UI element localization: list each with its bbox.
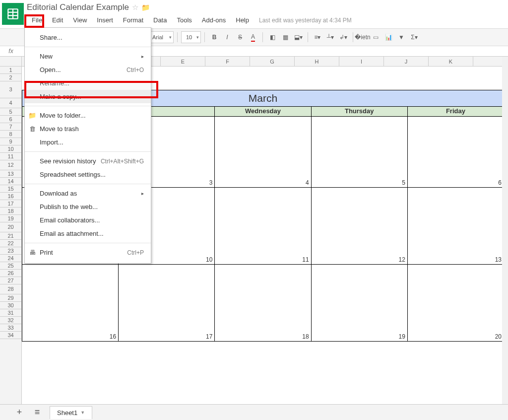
day-cell[interactable]: 19 (311, 265, 407, 341)
text-color-button[interactable]: A (247, 31, 259, 43)
day-cell[interactable]: 17 (118, 265, 214, 341)
sheet-tab[interactable]: Sheet1▼ (50, 406, 92, 419)
menu-edit[interactable]: Edit (47, 15, 68, 25)
bold-button[interactable]: B (208, 31, 220, 43)
dayhead-fri[interactable]: Friday (407, 107, 504, 117)
day-cell[interactable]: 11 (214, 188, 311, 264)
dd-share[interactable]: Share... (25, 31, 151, 44)
row-head[interactable]: 30 (0, 302, 21, 309)
filter-button[interactable]: ▼ (395, 31, 407, 43)
col-head-j[interactable]: J (384, 57, 429, 66)
dd-rename[interactable]: Rename... (25, 76, 151, 90)
row-head[interactable]: 7 (0, 123, 21, 131)
row-head[interactable]: 16 (0, 193, 21, 200)
menu-insert[interactable]: Insert (92, 15, 118, 25)
row-head[interactable]: 14 (0, 178, 21, 185)
row-head[interactable]: 22 (0, 240, 21, 247)
row-head[interactable]: 32 (0, 317, 21, 324)
fill-color-button[interactable]: ◧ (266, 31, 278, 43)
day-cell[interactable]: 18 (214, 265, 311, 341)
row-head[interactable]: 6 (0, 116, 21, 123)
day-cell[interactable]: 5 (311, 117, 407, 187)
row-head[interactable]: 20 (0, 222, 21, 232)
row-head[interactable]: 2 (0, 74, 21, 81)
vertical-scrollbar[interactable] (502, 57, 508, 404)
dd-revision[interactable]: See revision historyCtrl+Alt+Shift+G (25, 154, 151, 168)
row-head[interactable]: 12 (0, 160, 21, 170)
dd-publish[interactable]: Publish to the web... (25, 200, 151, 213)
row-head[interactable]: 26 (0, 270, 21, 277)
dd-email-collab[interactable]: Email collaborators... (25, 213, 151, 227)
all-sheets-button[interactable]: ≡ (32, 407, 43, 418)
functions-button[interactable]: Σ▾ (408, 31, 420, 43)
menu-addons[interactable]: Add-ons (197, 15, 231, 25)
row-head[interactable]: 15 (0, 185, 21, 193)
day-cell[interactable]: 6 (407, 117, 504, 187)
dd-new[interactable]: New▸ (25, 50, 151, 63)
halign-button[interactable]: ≡▾ (312, 31, 323, 43)
select-all-corner[interactable] (0, 57, 22, 66)
col-head-g[interactable]: G (250, 57, 295, 66)
dd-import[interactable]: Import... (25, 136, 151, 149)
row-head[interactable]: 33 (0, 324, 21, 332)
row-head[interactable]: 19 (0, 215, 21, 222)
day-cell[interactable]: 16 (22, 265, 118, 341)
row-head[interactable]: 17 (0, 200, 21, 208)
link-button[interactable]: �ietn (357, 31, 369, 43)
sheets-logo[interactable] (2, 3, 24, 25)
doc-title[interactable]: Editorial Calendar Example (27, 2, 129, 12)
chart-button[interactable]: 📊 (382, 31, 394, 43)
strike-button[interactable]: S (234, 31, 246, 43)
dd-settings[interactable]: Spreadsheet settings... (25, 168, 151, 181)
font-family-select[interactable]: Arial (149, 31, 174, 43)
dd-open[interactable]: Open...Ctrl+O (25, 63, 151, 76)
menu-file[interactable]: File (27, 15, 47, 25)
row-head[interactable]: 3 (0, 81, 21, 98)
borders-button[interactable]: ▦ (279, 31, 291, 43)
row-head[interactable]: 28 (0, 284, 21, 294)
wrap-button[interactable]: ↲▾ (337, 31, 349, 43)
dd-trash[interactable]: 🗑Move to trash (25, 122, 151, 136)
dd-make-copy[interactable]: Make a copy... (25, 90, 151, 103)
menu-data[interactable]: Data (148, 15, 172, 25)
row-head[interactable]: 13 (0, 170, 21, 178)
add-sheet-button[interactable]: + (14, 407, 25, 418)
col-head-h[interactable]: H (295, 57, 339, 66)
dayhead-wed[interactable]: Wednesday (214, 107, 311, 117)
star-icon[interactable]: ☆ (132, 3, 138, 12)
dd-move[interactable]: 📁Move to folder... (25, 109, 151, 122)
col-head-k[interactable]: K (429, 57, 473, 66)
row-head[interactable]: 25 (0, 262, 21, 270)
day-cell[interactable]: 20 (407, 265, 504, 341)
row-head[interactable]: 21 (0, 232, 21, 240)
row-head[interactable]: 27 (0, 277, 21, 284)
row-head[interactable]: 8 (0, 131, 21, 138)
col-head-f[interactable]: F (205, 57, 250, 66)
day-cell[interactable]: 12 (311, 188, 407, 264)
font-size-select[interactable]: 10 (181, 31, 201, 43)
row-head[interactable]: 10 (0, 145, 21, 153)
menu-help[interactable]: Help (231, 15, 254, 25)
row-head[interactable]: 18 (0, 208, 21, 215)
dd-print[interactable]: 🖶PrintCtrl+P (25, 246, 151, 259)
folder-icon[interactable]: 📁 (141, 3, 150, 11)
row-head[interactable]: 29 (0, 294, 21, 302)
dayhead-thu[interactable]: Thursday (311, 107, 407, 117)
dd-download[interactable]: Download as▸ (25, 187, 151, 200)
merge-button[interactable]: ⬓▾ (292, 31, 304, 43)
row-head[interactable]: 4 (0, 98, 21, 108)
menu-format[interactable]: Format (118, 15, 148, 25)
italic-button[interactable]: I (221, 31, 233, 43)
col-head-e[interactable]: E (161, 57, 205, 66)
row-head[interactable]: 24 (0, 255, 21, 262)
comment-button[interactable]: ▭ (370, 31, 381, 43)
row-head[interactable]: 11 (0, 153, 21, 160)
row-head[interactable]: 1 (0, 67, 21, 74)
valign-button[interactable]: ┴▾ (324, 31, 336, 43)
day-cell[interactable]: 4 (214, 117, 311, 187)
day-cell[interactable]: 13 (407, 188, 504, 264)
row-head[interactable]: 5 (0, 108, 21, 116)
menu-view[interactable]: View (68, 15, 92, 25)
dd-email-attach[interactable]: Email as attachment... (25, 227, 151, 240)
row-head[interactable]: 23 (0, 247, 21, 255)
